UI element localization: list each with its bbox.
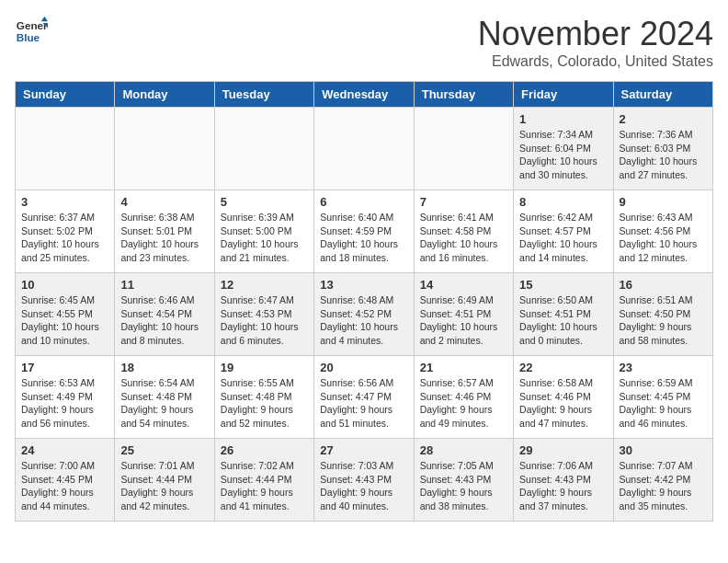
calendar-day-cell: 29Sunrise: 7:06 AM Sunset: 4:43 PM Dayli… — [514, 439, 613, 522]
day-number: 2 — [620, 112, 707, 126]
calendar-day-cell: 24Sunrise: 7:00 AM Sunset: 4:45 PM Dayli… — [16, 439, 115, 522]
svg-text:Blue: Blue — [17, 31, 40, 43]
day-number: 21 — [420, 361, 507, 374]
day-info: Sunrise: 6:39 AM Sunset: 5:00 PM Dayligh… — [221, 211, 308, 265]
calendar-day-cell — [414, 108, 513, 190]
calendar-week-row: 3Sunrise: 6:37 AM Sunset: 5:02 PM Daylig… — [16, 190, 713, 273]
day-info: Sunrise: 6:51 AM Sunset: 4:50 PM Dayligh… — [620, 293, 707, 348]
calendar-table: SundayMondayTuesdayWednesdayThursdayFrid… — [15, 81, 713, 522]
calendar-day-cell: 21Sunrise: 6:57 AM Sunset: 4:46 PM Dayli… — [414, 356, 513, 439]
day-info: Sunrise: 6:57 AM Sunset: 4:46 PM Dayligh… — [420, 376, 507, 431]
day-number: 5 — [221, 195, 308, 209]
day-number: 29 — [519, 443, 607, 457]
calendar-day-cell — [16, 108, 115, 190]
calendar-header-row: SundayMondayTuesdayWednesdayThursdayFrid… — [16, 82, 713, 108]
calendar-day-cell — [115, 108, 214, 190]
calendar-day-cell: 17Sunrise: 6:53 AM Sunset: 4:49 PM Dayli… — [16, 356, 115, 439]
day-info: Sunrise: 6:59 AM Sunset: 4:45 PM Dayligh… — [620, 376, 707, 431]
calendar-day-cell: 23Sunrise: 6:59 AM Sunset: 4:45 PM Dayli… — [613, 356, 712, 439]
calendar-day-cell: 10Sunrise: 6:45 AM Sunset: 4:55 PM Dayli… — [16, 273, 115, 356]
calendar-day-cell: 11Sunrise: 6:46 AM Sunset: 4:54 PM Dayli… — [115, 273, 214, 356]
day-info: Sunrise: 7:01 AM Sunset: 4:44 PM Dayligh… — [120, 459, 208, 513]
calendar-day-cell: 13Sunrise: 6:48 AM Sunset: 4:52 PM Dayli… — [314, 273, 414, 356]
weekday-header: Saturday — [613, 82, 712, 108]
calendar-day-cell: 16Sunrise: 6:51 AM Sunset: 4:50 PM Dayli… — [613, 273, 712, 356]
day-number: 9 — [620, 195, 707, 209]
calendar-day-cell: 5Sunrise: 6:39 AM Sunset: 5:00 PM Daylig… — [214, 190, 313, 273]
calendar-day-cell: 3Sunrise: 6:37 AM Sunset: 5:02 PM Daylig… — [16, 190, 115, 273]
day-number: 23 — [620, 361, 707, 374]
day-info: Sunrise: 7:07 AM Sunset: 4:42 PM Dayligh… — [620, 459, 707, 513]
calendar-day-cell: 14Sunrise: 6:49 AM Sunset: 4:51 PM Dayli… — [414, 273, 513, 356]
page-header: General Blue November 2024 Edwards, Colo… — [15, 15, 713, 70]
calendar-day-cell: 15Sunrise: 6:50 AM Sunset: 4:51 PM Dayli… — [514, 273, 613, 356]
calendar-week-row: 17Sunrise: 6:53 AM Sunset: 4:49 PM Dayli… — [16, 356, 713, 439]
calendar-day-cell: 4Sunrise: 6:38 AM Sunset: 5:01 PM Daylig… — [115, 190, 214, 273]
day-info: Sunrise: 6:37 AM Sunset: 5:02 PM Dayligh… — [21, 211, 108, 265]
day-info: Sunrise: 7:00 AM Sunset: 4:45 PM Dayligh… — [21, 459, 108, 513]
location-title: Edwards, Colorado, United States — [478, 53, 713, 70]
day-info: Sunrise: 7:03 AM Sunset: 4:43 PM Dayligh… — [320, 459, 407, 513]
day-number: 16 — [620, 278, 707, 292]
day-info: Sunrise: 6:50 AM Sunset: 4:51 PM Dayligh… — [519, 293, 607, 348]
title-area: November 2024 Edwards, Colorado, United … — [478, 15, 713, 70]
day-number: 7 — [420, 195, 507, 209]
day-number: 27 — [320, 443, 407, 457]
calendar-day-cell: 30Sunrise: 7:07 AM Sunset: 4:42 PM Dayli… — [613, 439, 712, 522]
logo: General Blue — [15, 15, 48, 48]
day-number: 1 — [519, 112, 607, 126]
day-number: 12 — [221, 278, 308, 292]
day-number: 20 — [320, 361, 407, 374]
day-number: 6 — [320, 195, 407, 209]
day-number: 18 — [120, 361, 208, 374]
calendar-day-cell: 6Sunrise: 6:40 AM Sunset: 4:59 PM Daylig… — [314, 190, 414, 273]
day-number: 28 — [420, 443, 507, 457]
weekday-header: Tuesday — [214, 82, 313, 108]
weekday-header: Wednesday — [314, 82, 414, 108]
calendar-day-cell — [214, 108, 313, 190]
day-number: 25 — [120, 443, 208, 457]
weekday-header: Monday — [115, 82, 214, 108]
day-info: Sunrise: 6:48 AM Sunset: 4:52 PM Dayligh… — [320, 293, 407, 348]
day-number: 10 — [21, 278, 108, 292]
day-number: 30 — [620, 443, 707, 457]
day-info: Sunrise: 6:56 AM Sunset: 4:47 PM Dayligh… — [320, 376, 407, 431]
day-info: Sunrise: 6:43 AM Sunset: 4:56 PM Dayligh… — [620, 211, 707, 265]
calendar-day-cell: 25Sunrise: 7:01 AM Sunset: 4:44 PM Dayli… — [115, 439, 214, 522]
day-info: Sunrise: 6:58 AM Sunset: 4:46 PM Dayligh… — [519, 376, 607, 431]
calendar-week-row: 10Sunrise: 6:45 AM Sunset: 4:55 PM Dayli… — [16, 273, 713, 356]
calendar-day-cell: 2Sunrise: 7:36 AM Sunset: 6:03 PM Daylig… — [613, 108, 712, 190]
logo-icon: General Blue — [15, 15, 48, 48]
day-info: Sunrise: 7:02 AM Sunset: 4:44 PM Dayligh… — [221, 459, 308, 513]
calendar-day-cell: 22Sunrise: 6:58 AM Sunset: 4:46 PM Dayli… — [514, 356, 613, 439]
day-info: Sunrise: 6:49 AM Sunset: 4:51 PM Dayligh… — [420, 293, 507, 348]
day-number: 8 — [519, 195, 607, 209]
day-number: 22 — [519, 361, 607, 374]
calendar-day-cell — [314, 108, 414, 190]
calendar-day-cell: 20Sunrise: 6:56 AM Sunset: 4:47 PM Dayli… — [314, 356, 414, 439]
day-number: 17 — [21, 361, 108, 374]
weekday-header: Friday — [514, 82, 613, 108]
calendar-day-cell: 1Sunrise: 7:34 AM Sunset: 6:04 PM Daylig… — [514, 108, 613, 190]
day-info: Sunrise: 7:34 AM Sunset: 6:04 PM Dayligh… — [519, 128, 607, 182]
day-info: Sunrise: 6:42 AM Sunset: 4:57 PM Dayligh… — [519, 211, 607, 265]
day-number: 3 — [21, 195, 108, 209]
day-number: 14 — [420, 278, 507, 292]
calendar-week-row: 1Sunrise: 7:34 AM Sunset: 6:04 PM Daylig… — [16, 108, 713, 190]
day-number: 11 — [120, 278, 208, 292]
day-info: Sunrise: 6:55 AM Sunset: 4:48 PM Dayligh… — [221, 376, 308, 431]
day-info: Sunrise: 6:46 AM Sunset: 4:54 PM Dayligh… — [120, 293, 208, 348]
day-info: Sunrise: 6:54 AM Sunset: 4:48 PM Dayligh… — [120, 376, 208, 431]
calendar-day-cell: 12Sunrise: 6:47 AM Sunset: 4:53 PM Dayli… — [214, 273, 313, 356]
day-info: Sunrise: 6:45 AM Sunset: 4:55 PM Dayligh… — [21, 293, 108, 348]
calendar-week-row: 24Sunrise: 7:00 AM Sunset: 4:45 PM Dayli… — [16, 439, 713, 522]
calendar-day-cell: 9Sunrise: 6:43 AM Sunset: 4:56 PM Daylig… — [613, 190, 712, 273]
day-number: 13 — [320, 278, 407, 292]
day-info: Sunrise: 6:47 AM Sunset: 4:53 PM Dayligh… — [221, 293, 308, 348]
calendar-day-cell: 28Sunrise: 7:05 AM Sunset: 4:43 PM Dayli… — [414, 439, 513, 522]
day-info: Sunrise: 6:41 AM Sunset: 4:58 PM Dayligh… — [420, 211, 507, 265]
day-info: Sunrise: 7:36 AM Sunset: 6:03 PM Dayligh… — [620, 128, 707, 182]
calendar-day-cell: 19Sunrise: 6:55 AM Sunset: 4:48 PM Dayli… — [214, 356, 313, 439]
month-title: November 2024 — [478, 15, 713, 53]
calendar-day-cell: 27Sunrise: 7:03 AM Sunset: 4:43 PM Dayli… — [314, 439, 414, 522]
